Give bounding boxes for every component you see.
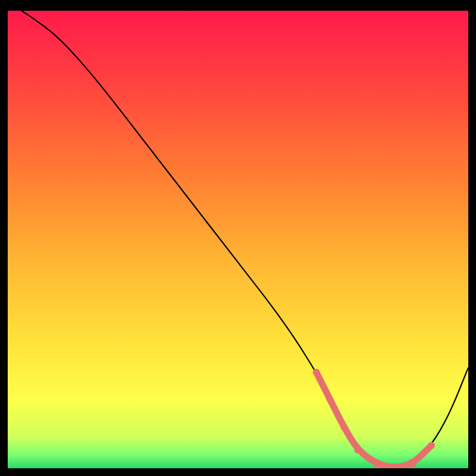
gradient-background — [8, 11, 468, 468]
bottleneck-chart — [8, 11, 468, 468]
chart-frame: TheBottleneck.com — [8, 11, 468, 468]
highlight-dot — [340, 424, 347, 431]
highlight-dot — [327, 396, 334, 403]
highlight-dot — [354, 446, 361, 453]
highlight-dot — [409, 461, 416, 468]
highlight-dot — [313, 369, 320, 376]
highlight-dot — [372, 461, 380, 468]
highlight-dot — [428, 442, 435, 449]
